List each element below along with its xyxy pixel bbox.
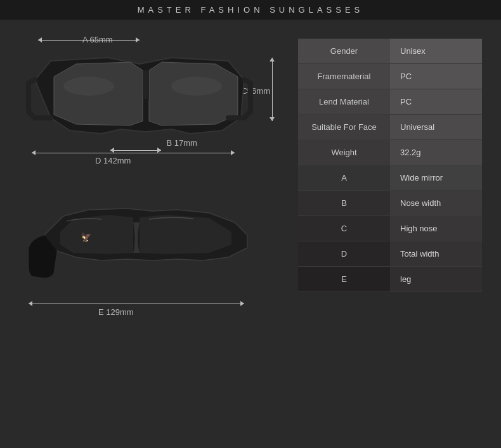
svg-point-1 xyxy=(171,77,222,96)
bottom-diagram: 🦅 E 129mm xyxy=(19,191,285,349)
header-title: MASTER FASHION SUNGLASSES xyxy=(138,5,364,15)
spec-value: PC xyxy=(390,89,482,115)
spec-value: Universal xyxy=(390,115,482,140)
c-arrow xyxy=(272,58,273,121)
spec-value: High nose xyxy=(390,216,482,241)
specs-table: Gender Unisex Framematerial PC Lend Mate… xyxy=(298,39,482,292)
a-label: A 65mm xyxy=(82,35,113,44)
spec-label: A xyxy=(298,165,390,191)
d-dimension: D 142mm xyxy=(32,153,235,165)
spec-value: Wide mirror xyxy=(390,165,482,191)
b-dimension: B 17mm xyxy=(108,137,197,148)
spec-label: Suitable For Face xyxy=(298,115,390,140)
glasses-side-svg: 🦅 xyxy=(25,197,266,298)
spec-value: Nose width xyxy=(390,191,482,216)
top-diagram: A 65mm C56mm xyxy=(19,32,285,172)
svg-text:🦅: 🦅 xyxy=(81,232,92,243)
spec-label: Framematerial xyxy=(298,64,390,89)
svg-point-0 xyxy=(63,77,114,96)
spec-value: Total width xyxy=(390,241,482,267)
left-panel: A 65mm C56mm xyxy=(19,32,285,433)
spec-label: Weight xyxy=(298,140,390,165)
spec-value: Unisex xyxy=(390,39,482,64)
d-label: D 142mm xyxy=(95,156,131,165)
page-header: MASTER FASHION SUNGLASSES xyxy=(0,0,501,20)
specs-panel: Gender Unisex Framematerial PC Lend Mate… xyxy=(298,39,482,433)
e-label: E 129mm xyxy=(98,307,134,317)
e-dimension: E 129mm xyxy=(29,304,244,316)
spec-value: leg xyxy=(390,267,482,292)
spec-label: C xyxy=(298,216,390,241)
spec-value: 32.2g xyxy=(390,140,482,165)
spec-label: B xyxy=(298,191,390,216)
spec-label: E xyxy=(298,267,390,292)
glasses-top-svg xyxy=(25,48,266,150)
spec-value: PC xyxy=(390,64,482,89)
spec-label: D xyxy=(298,241,390,267)
spec-label: Lend Material xyxy=(298,89,390,115)
spec-label: Gender xyxy=(298,39,390,64)
b-label: B 17mm xyxy=(166,138,197,148)
